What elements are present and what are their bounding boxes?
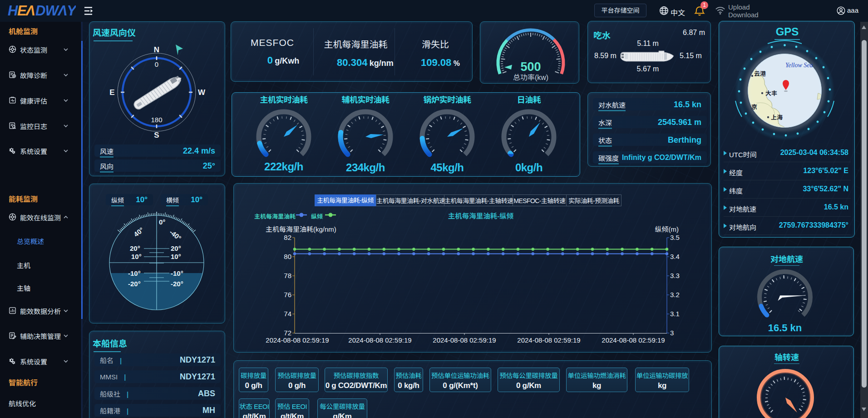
svg-text:0: 0 [155, 60, 158, 68]
svg-text:234kg/h: 234kg/h [346, 161, 385, 174]
svg-text:2024-08-08 02:59:19: 2024-08-08 02:59:19 [348, 336, 411, 344]
svg-text:3.1: 3.1 [670, 310, 680, 318]
svg-text:20°: 20° [130, 244, 140, 252]
svg-text:W: W [198, 88, 206, 97]
svg-text:主机实时油耗: 主机实时油耗 [260, 93, 308, 105]
svg-text:10°: 10° [131, 253, 142, 260]
svg-text:总功率(kw): 总功率(kw) [513, 74, 548, 81]
svg-text:3.2: 3.2 [670, 291, 680, 299]
svg-text:大丰: 大丰 [765, 89, 777, 97]
svg-text:80: 80 [284, 253, 291, 260]
svg-text:2024-08-08 02:59:19: 2024-08-08 02:59:19 [602, 336, 665, 344]
svg-text:180: 180 [151, 116, 162, 124]
svg-text:222kg/h: 222kg/h [264, 160, 303, 173]
svg-text:锅炉实时油耗: 锅炉实时油耗 [424, 93, 471, 105]
svg-text:DWΛY: DWΛY [35, 3, 76, 19]
svg-text:45kg/h: 45kg/h [430, 161, 464, 174]
svg-text:0kg/h: 0kg/h [515, 161, 542, 174]
svg-text:Yellow Sea: Yellow Sea [785, 62, 813, 69]
svg-text:-20°: -20° [128, 280, 141, 288]
svg-text:72: 72 [284, 329, 291, 337]
svg-text:京: 京 [751, 102, 757, 111]
svg-text:10°: 10° [171, 253, 181, 260]
svg-text:3.5: 3.5 [670, 234, 680, 241]
svg-text:N: N [154, 45, 159, 54]
svg-text:74: 74 [284, 310, 291, 318]
svg-text:500: 500 [520, 60, 541, 74]
svg-text:H: H [8, 3, 18, 19]
svg-text:-20°: -20° [171, 280, 183, 288]
svg-text:Λ: Λ [25, 3, 35, 19]
svg-text:3: 3 [670, 329, 674, 337]
svg-text:78: 78 [284, 272, 291, 279]
svg-text:日油耗: 日油耗 [517, 93, 541, 105]
svg-text:2024-08-08 02:59:19: 2024-08-08 02:59:19 [433, 336, 496, 344]
svg-text:-10°: -10° [171, 269, 183, 277]
svg-text:16.5 kn: 16.5 kn [768, 322, 802, 333]
svg-text:3.3: 3.3 [670, 272, 680, 279]
svg-text:上海: 上海 [771, 113, 783, 121]
svg-text:-40°: -40° [168, 228, 182, 242]
svg-text:辅机实时油耗: 辅机实时油耗 [342, 93, 390, 105]
svg-text:2024-08-08 02:59:19: 2024-08-08 02:59:19 [517, 336, 580, 344]
svg-text:云港: 云港 [754, 69, 766, 78]
svg-text:20°: 20° [171, 244, 181, 252]
svg-text:S: S [154, 131, 159, 139]
svg-text:2024-08-08 02:59:19: 2024-08-08 02:59:19 [266, 336, 329, 344]
svg-text:82: 82 [284, 234, 291, 241]
svg-text:3.4: 3.4 [670, 253, 680, 260]
svg-text:-10°: -10° [128, 269, 141, 277]
svg-text:E: E [109, 88, 114, 97]
svg-text:0°: 0° [159, 218, 165, 226]
svg-text:40°: 40° [132, 226, 145, 238]
svg-text:76: 76 [284, 291, 291, 299]
